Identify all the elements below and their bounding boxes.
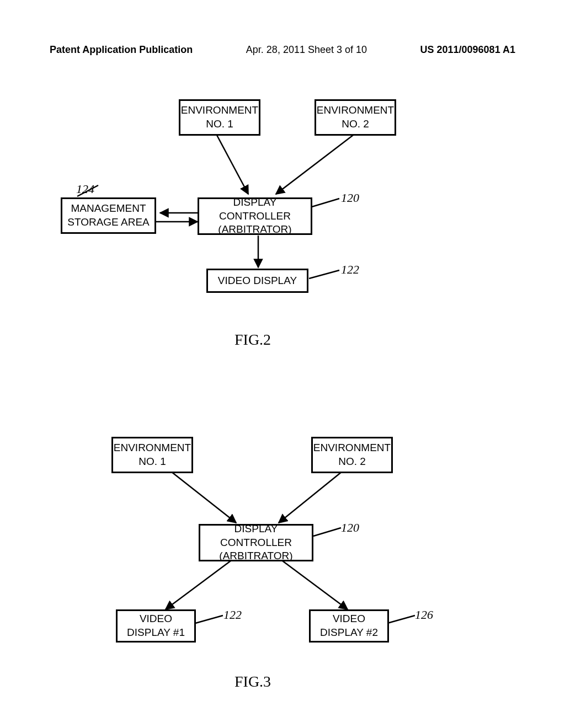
fig3-env1-box: ENVIRONMENT NO. 1 <box>111 437 193 473</box>
fig2-mgmt-box: MANAGEMENT STORAGE AREA <box>61 197 156 234</box>
svg-line-11 <box>282 561 348 609</box>
fig2-ref-122: 122 <box>341 263 359 277</box>
fig2-env2-box: ENVIRONMENT NO. 2 <box>315 99 396 136</box>
fig2-ctrl-box: DISPLAY CONTROLLER (ARBITRATOR) <box>198 197 312 235</box>
svg-line-7 <box>309 270 339 279</box>
fig2-env1-box: ENVIRONMENT NO. 1 <box>179 99 260 136</box>
fig2-caption: FIG.2 <box>234 331 271 349</box>
svg-line-9 <box>279 472 342 523</box>
header-center: Apr. 28, 2011 Sheet 3 of 10 <box>246 44 367 56</box>
fig3-env2-box: ENVIRONMENT NO. 2 <box>311 437 393 473</box>
svg-line-14 <box>387 615 415 623</box>
fig3-caption: FIG.3 <box>234 673 271 690</box>
svg-line-12 <box>313 528 341 536</box>
fig3-ref-126: 126 <box>415 608 433 622</box>
fig3-video2-box: VIDEO DISPLAY #2 <box>309 609 389 643</box>
header-left: Patent Application Publication <box>50 44 193 56</box>
fig2-ref-124: 124 <box>76 182 94 196</box>
svg-line-10 <box>166 561 231 609</box>
connectors-svg <box>0 0 565 728</box>
fig3-ctrl-box: DISPLAY CONTROLLER (ARBITRATOR) <box>199 524 313 561</box>
page-header: Patent Application Publication Apr. 28, … <box>0 44 565 56</box>
fig2-video-box: VIDEO DISPLAY <box>206 269 308 293</box>
svg-line-0 <box>217 135 248 194</box>
fig3-ref-122: 122 <box>223 608 242 622</box>
svg-line-8 <box>171 472 236 523</box>
fig3-video1-box: VIDEO DISPLAY #1 <box>116 609 196 643</box>
svg-line-13 <box>195 615 223 623</box>
fig2-ref-120: 120 <box>341 191 359 205</box>
header-right: US 2011/0096081 A1 <box>420 44 515 56</box>
fig3-ref-120: 120 <box>341 521 359 535</box>
svg-line-1 <box>276 135 353 194</box>
svg-line-6 <box>312 199 339 207</box>
